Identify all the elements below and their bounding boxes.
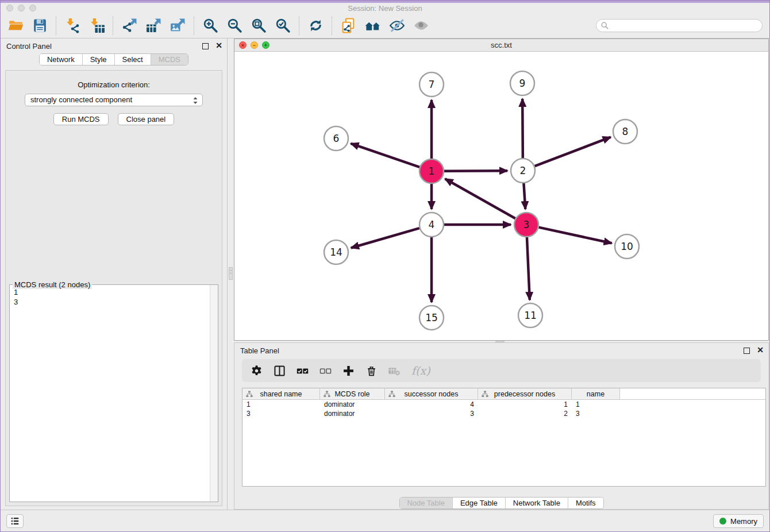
zoom-in-icon[interactable] — [200, 16, 221, 36]
first-neighbors-icon[interactable] — [362, 16, 383, 36]
tab-network[interactable]: Network — [40, 54, 82, 65]
memory-label: Memory — [730, 517, 757, 526]
close-panel-button[interactable]: Close panel — [118, 113, 175, 125]
tab-mcds[interactable]: MCDS — [151, 54, 188, 65]
search-input[interactable] — [596, 19, 763, 32]
table-cell[interactable]: 3 — [242, 409, 320, 418]
tab-select[interactable]: Select — [114, 54, 151, 65]
apply-preferred-layout-icon[interactable] — [305, 16, 326, 36]
deselect-all-icon[interactable] — [319, 365, 332, 377]
function-icon: f(x) — [411, 364, 430, 377]
network-node-8[interactable]: 8 — [613, 119, 637, 144]
hierarchy-icon — [246, 391, 253, 398]
network-node-14[interactable]: 14 — [324, 240, 348, 264]
network-edge-3-1[interactable] — [445, 179, 515, 218]
export-network-icon[interactable] — [119, 16, 140, 36]
network-edge-1-2[interactable] — [444, 171, 507, 171]
show-all-icon[interactable] — [410, 16, 431, 36]
splitter-grip[interactable] — [229, 267, 233, 280]
columns-icon[interactable] — [274, 365, 286, 377]
zoom-fit-content-icon[interactable] — [248, 16, 269, 36]
zoom-out-icon[interactable] — [224, 16, 245, 36]
network-canvas[interactable]: 7968124314101511 — [234, 52, 768, 340]
table-cell[interactable]: 1 — [242, 400, 320, 409]
column-header-shared-name[interactable]: shared name — [242, 388, 320, 399]
table-cell[interactable]: 1 — [572, 400, 620, 409]
export-table-icon[interactable] — [143, 16, 164, 36]
table-cell[interactable]: dominator — [320, 409, 385, 418]
selected-option: strongly connected component — [30, 95, 132, 104]
tab-motifs[interactable]: Motifs — [568, 498, 603, 508]
network-node-2[interactable]: 2 — [511, 159, 535, 183]
table-tabs: Node TableEdge TableNetwork TableMotifs — [399, 497, 603, 509]
tab-node-table[interactable]: Node Table — [399, 498, 452, 508]
add-icon[interactable] — [342, 365, 355, 377]
zoom-selected-icon[interactable] — [272, 16, 293, 36]
task-history-button[interactable] — [6, 514, 24, 528]
network-node-6[interactable]: 6 — [324, 126, 348, 151]
vertical-splitter[interactable] — [228, 38, 234, 510]
table-cell[interactable]: 3 — [572, 409, 620, 418]
search-box — [596, 19, 763, 32]
close-panel-icon[interactable]: ✕ — [215, 41, 222, 50]
settings-icon[interactable] — [251, 365, 263, 377]
network-node-10[interactable]: 10 — [615, 234, 639, 259]
float-panel-icon[interactable] — [202, 43, 209, 49]
svg-text:3: 3 — [523, 219, 530, 230]
select-all-icon[interactable] — [297, 365, 309, 377]
network-node-11[interactable]: 11 — [518, 303, 542, 327]
table-cell[interactable]: dominator — [320, 400, 385, 409]
network-node-9[interactable]: 9 — [510, 71, 534, 95]
network-titlebar: × − + scc.txt — [234, 39, 768, 52]
svg-text:8: 8 — [622, 126, 629, 137]
delete-icon[interactable] — [365, 365, 378, 377]
network-edge-4-14[interactable] — [351, 228, 419, 248]
network-node-4[interactable]: 4 — [419, 213, 444, 237]
import-table-from-file-icon[interactable] — [86, 16, 107, 36]
network-edge-2-8[interactable] — [535, 137, 611, 167]
network-node-3[interactable]: 3 — [514, 213, 538, 237]
optimization-criterion-select[interactable]: strongly connected component — [25, 94, 203, 106]
column-header-predecessor-nodes[interactable]: predecessor nodes — [478, 388, 572, 399]
network-node-1[interactable]: 1 — [419, 159, 444, 183]
export-image-icon[interactable] — [167, 16, 188, 36]
mcds-result-title: MCDS result (2 nodes) — [13, 280, 92, 289]
table-row[interactable]: 3dominator323 — [242, 409, 765, 418]
svg-text:6: 6 — [333, 133, 340, 144]
float-panel-icon[interactable] — [744, 348, 750, 354]
hide-selected-icon[interactable] — [386, 16, 407, 36]
save-session-icon[interactable] — [29, 16, 50, 36]
table-cell[interactable]: 3 — [385, 409, 478, 418]
network-title: scc.txt — [234, 41, 768, 49]
optimization-criterion-label: Optimization criterion: — [6, 80, 222, 89]
result-scrollbar[interactable] — [210, 285, 218, 502]
close-panel-icon[interactable]: ✕ — [757, 345, 764, 354]
network-edge-2-9[interactable] — [522, 99, 523, 158]
column-header-MCDS-role[interactable]: MCDS role — [320, 388, 385, 399]
tab-edge-table[interactable]: Edge Table — [452, 498, 505, 508]
control-panel: Control Panel ✕ NetworkStyleSelectMCDS O… — [1, 38, 228, 510]
network-node-15[interactable]: 15 — [419, 306, 444, 330]
run-mcds-button[interactable]: Run MCDS — [53, 113, 109, 125]
memory-button[interactable]: Memory — [713, 514, 764, 528]
clone-network-icon[interactable] — [338, 16, 359, 36]
network-edge-3-11[interactable] — [527, 237, 530, 300]
table-panel-title: Table Panel — [240, 346, 279, 355]
network-edge-1-6[interactable] — [351, 144, 420, 167]
table-cell[interactable]: 2 — [478, 409, 572, 418]
tab-style[interactable]: Style — [82, 54, 114, 65]
tab-network-table[interactable]: Network Table — [505, 498, 568, 508]
network-node-7[interactable]: 7 — [419, 72, 444, 97]
svg-text:14: 14 — [330, 246, 342, 258]
column-header-successor-nodes[interactable]: successor nodes — [385, 388, 478, 399]
table-cell[interactable]: 4 — [385, 400, 478, 409]
svg-text:1: 1 — [429, 165, 435, 177]
import-network-from-file-icon[interactable] — [62, 16, 83, 36]
chevron-up-down-icon — [192, 96, 198, 105]
network-edge-3-10[interactable] — [538, 228, 611, 244]
open-session-icon[interactable] — [5, 16, 26, 36]
network-edge-2-3[interactable] — [523, 183, 525, 209]
table-row[interactable]: 1dominator411 — [242, 400, 765, 409]
column-header-name[interactable]: name — [572, 388, 620, 399]
table-cell[interactable]: 1 — [478, 400, 572, 409]
